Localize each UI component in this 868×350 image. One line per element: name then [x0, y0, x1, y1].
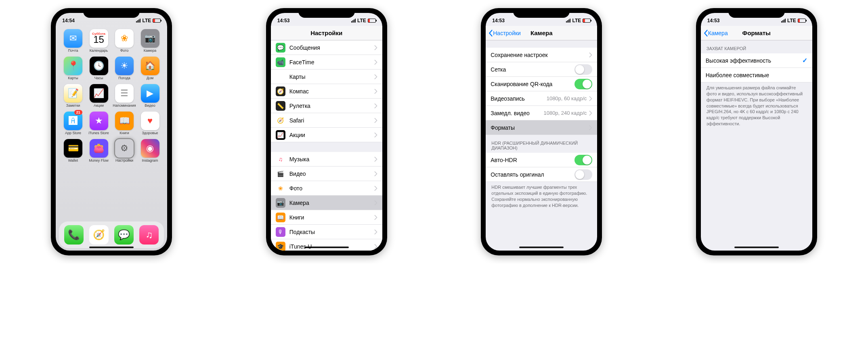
app-label: App Store [65, 131, 81, 135]
chevron-right-icon [589, 53, 592, 57]
app-label: Напоминания [113, 103, 136, 108]
phone-app[interactable]: 📞 [64, 225, 84, 245]
settings-row-Сообщения[interactable]: 💬 Сообщения [271, 40, 382, 55]
app-Видео[interactable]: ▶ Видео [138, 84, 162, 108]
toggle[interactable] [574, 79, 592, 89]
status-time: 14:53 [707, 18, 720, 23]
app-Дом[interactable]: 🏠 Дом [138, 57, 162, 80]
app-icon: ♥ [141, 112, 159, 130]
group-header: ЗАХВАТ КАМЕРОЙ [701, 40, 812, 53]
settings-row-Книги[interactable]: 📖 Книги [271, 210, 382, 225]
chevron-right-icon [374, 60, 377, 65]
chevron-right-icon [589, 125, 592, 130]
row-label: Подкасты [289, 229, 374, 235]
app-Почта[interactable]: ✉ Почта [61, 29, 85, 53]
settings-row-Карты[interactable]: 🗺 Карты [271, 70, 382, 84]
app-Wallet[interactable]: 💳 Wallet [61, 139, 85, 162]
app-Напоминания[interactable]: ☰ Напоминания [113, 84, 136, 108]
settings-row-Акции[interactable]: 📈 Акции [271, 128, 382, 142]
chevron-right-icon [374, 215, 377, 220]
group-separator [486, 40, 597, 48]
safari-app[interactable]: 🧭 [89, 225, 109, 245]
row-icon: 📷 [276, 198, 285, 208]
app-label: iTunes Store [88, 131, 109, 135]
app-Книги[interactable]: 📖 Книги [113, 112, 136, 135]
camera-row-Оставлять оригинал[interactable]: Оставлять оригинал [486, 167, 597, 182]
app-Календарь[interactable]: Суббота15 Календарь [87, 29, 111, 53]
formats-list[interactable]: ЗАХВАТ КАМЕРОЙ Высокая эффективность ✓ Н… [701, 40, 812, 251]
app-Фото[interactable]: ❀ Фото [113, 29, 136, 53]
settings-row-Подкасты[interactable]: 🎙 Подкасты [271, 225, 382, 239]
settings-list[interactable]: 💬 Сообщения 📹 FaceTime 🗺 Карты 🧭 Компас … [271, 40, 382, 251]
back-button[interactable]: Камера [703, 30, 728, 37]
app-Money Flow[interactable]: 👛 Money Flow [87, 139, 111, 162]
group-header: HDR (РАСШИРЕННЫЙ ДИНАМИЧЕСКИЙ ДИАПАЗОН) [486, 135, 597, 153]
camera-row-Замедл. видео[interactable]: Замедл. видео1080p, 240 кадр/с [486, 106, 597, 120]
back-button[interactable]: Настройки [488, 30, 521, 37]
app-Акции[interactable]: 📈 Акции [87, 84, 111, 108]
messages-app[interactable]: 💬 [114, 225, 134, 245]
app-App Store[interactable]: 21 🅰 App Store [61, 112, 85, 135]
row-label: Книги [289, 214, 374, 221]
formats-row-Высокая эффективность[interactable]: Высокая эффективность ✓ [701, 53, 812, 68]
camera-row-Видеозапись[interactable]: Видеозапись1080p, 60 кадр/с [486, 91, 597, 106]
app-Погода[interactable]: ☀ Погода [113, 57, 136, 80]
status-time: 14:53 [492, 18, 505, 23]
app-icon: 📝 [64, 84, 82, 103]
settings-row-Safari[interactable]: 🧭 Safari [271, 113, 382, 128]
app-Карты[interactable]: 📍 Карты [61, 57, 85, 80]
camera-list[interactable]: Сохранение настроек Сетка Сканирование Q… [486, 40, 597, 251]
camera-row-Форматы[interactable]: Форматы [486, 120, 597, 135]
row-label: Оставлять оригинал [491, 171, 574, 178]
app-Настройки[interactable]: ⚙ Настройки [113, 139, 136, 162]
settings-row-Рулетка[interactable]: 📏 Рулетка [271, 99, 382, 113]
row-label: Замедл. видео [491, 110, 543, 116]
toggle[interactable] [574, 169, 592, 180]
signal-icon [781, 19, 786, 23]
app-iTunes Store[interactable]: ★ iTunes Store [87, 112, 111, 135]
back-label: Камера [708, 30, 728, 36]
row-label: Высокая эффективность [706, 57, 802, 64]
group-footer: Для уменьшения размера файла снимайте фо… [701, 82, 812, 131]
settings-row-iTunes U[interactable]: 🎓 iTunes U [271, 239, 382, 251]
settings-row-FaceTime[interactable]: 📹 FaceTime [271, 55, 382, 70]
camera-row-Сетка[interactable]: Сетка [486, 62, 597, 77]
settings-row-Компас[interactable]: 🧭 Компас [271, 84, 382, 99]
row-label: Авто-HDR [491, 157, 574, 163]
app-label: Книги [120, 131, 129, 135]
app-Instagram[interactable]: ◉ Instagram [138, 139, 162, 162]
settings-row-Фото[interactable]: ❀ Фото [271, 181, 382, 196]
app-Часы[interactable]: 🕓 Часы [87, 57, 111, 80]
settings-row-Музыка[interactable]: ♫ Музыка [271, 152, 382, 167]
app-icon: ▶ [141, 84, 159, 103]
row-label: Карты [289, 74, 374, 80]
camera-row-Сохранение настроек[interactable]: Сохранение настроек [486, 48, 597, 62]
formats-row-Наиболее совместимые[interactable]: Наиболее совместимые [701, 68, 812, 82]
app-Здоровье[interactable]: ♥ Здоровье [138, 112, 162, 135]
toggle[interactable] [574, 64, 592, 75]
row-label: FaceTime [289, 59, 374, 65]
row-label: Видео [289, 171, 374, 177]
app-Камера[interactable]: 📷 Камера [138, 29, 162, 53]
camera-row-Сканирование QR-кода[interactable]: Сканирование QR-кода [486, 77, 597, 91]
dock: 📞🧭💬♫ [59, 221, 164, 248]
chevron-right-icon [374, 157, 377, 162]
app-icon: 📖 [115, 112, 134, 130]
camera-row-Авто-HDR[interactable]: Авто-HDR [486, 153, 597, 167]
row-icon: 🎓 [276, 242, 285, 251]
app-icon: ✉ [64, 29, 82, 48]
chevron-right-icon [374, 133, 377, 137]
app-label: Money Flow [89, 158, 109, 162]
app-icon: ◉ [141, 139, 159, 158]
page-title: Камера [530, 30, 553, 36]
app-Заметки[interactable]: 📝 Заметки [61, 84, 85, 108]
app-label: Часы [94, 76, 103, 80]
toggle[interactable] [574, 155, 592, 165]
row-label: Сканирование QR-кода [491, 81, 574, 87]
row-label: Сохранение настроек [491, 52, 589, 58]
settings-row-Камера[interactable]: 📷 Камера [271, 196, 382, 210]
row-label: Наиболее совместимые [706, 72, 807, 78]
music-app[interactable]: ♫ [139, 225, 159, 245]
settings-row-Видео[interactable]: 🎬 Видео [271, 167, 382, 181]
row-icon: 🧭 [276, 86, 285, 96]
